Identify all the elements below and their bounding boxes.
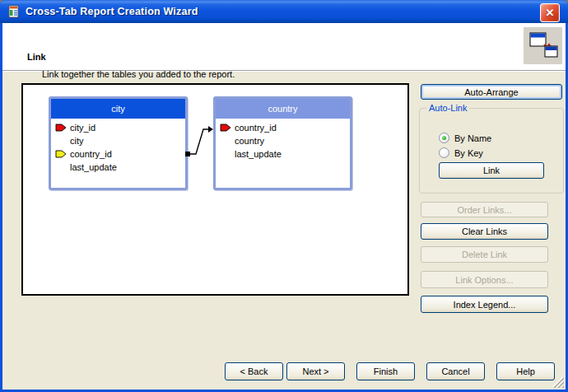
auto-link-group-label: Auto-Link [426,103,469,113]
order-links-button[interactable]: Order Links... [421,202,548,217]
help-button[interactable]: Help [496,362,555,380]
finish-button[interactable]: Finish [356,362,415,380]
field-name: city [70,136,84,146]
index-legend-button[interactable]: Index Legend... [421,296,548,313]
close-icon: ✕ [546,7,555,18]
table-country-header[interactable]: country [216,99,350,119]
clear-links-button[interactable]: Clear Links [421,223,548,240]
wizard-report-icon [7,5,21,18]
radio-by-name[interactable]: By Name [439,133,491,143]
close-button[interactable]: ✕ [540,3,560,22]
radio-button-icon[interactable] [439,147,449,158]
field-name: city_id [70,123,95,133]
table-city-header[interactable]: city [51,99,185,119]
auto-link-group: Auto-Link By Name By Key [419,108,564,194]
wizard-window: Cross-Tab Report Creation Wizard ✕ Link … [0,0,568,392]
field-name: country_id [70,149,112,159]
field-name: country [235,136,264,146]
auto-arrange-button[interactable]: Auto-Arrange [421,84,562,100]
link-tables-icon [524,27,562,64]
field-row[interactable]: country_id [51,147,185,161]
page-description: Link together the tables you added to th… [42,69,235,79]
link-canvas[interactable]: city city_id city country_id last_update [21,83,409,296]
radio-by-key[interactable]: By Key [439,147,483,158]
radio-by-key-label: By Key [454,148,483,158]
cancel-button[interactable]: Cancel [426,362,485,380]
link-options-button[interactable]: Link Options... [421,271,548,288]
primary-key-icon [220,124,231,132]
delete-link-button[interactable]: Delete Link [421,246,548,263]
next-button[interactable]: Next > [286,362,345,380]
field-row[interactable]: last_update [51,161,185,174]
titlebar[interactable]: Cross-Tab Report Creation Wizard ✕ [0,0,568,23]
field-row[interactable]: city_id [51,121,185,134]
field-row[interactable]: country_id [216,121,350,134]
foreign-key-icon [55,150,67,158]
field-name: last_update [235,149,282,159]
radio-button-icon[interactable] [439,133,449,143]
field-name: last_update [70,162,117,172]
page-title: Link [27,52,46,62]
table-country[interactable]: country country_id country last_update [213,96,352,190]
back-button[interactable]: < Back [225,362,283,380]
field-name: country_id [235,123,277,133]
radio-by-name-label: By Name [454,133,491,143]
field-row[interactable]: country [216,134,350,147]
field-row[interactable]: city [51,134,185,147]
field-row[interactable]: last_update [216,147,350,161]
window-title: Cross-Tab Report Creation Wizard [26,0,198,23]
resize-grip[interactable] [549,373,564,388]
wizard-header: Link Link together the tables you added … [2,23,566,71]
table-city[interactable]: city city_id city country_id last_update [49,96,188,190]
link-button[interactable]: Link [439,162,544,179]
primary-key-icon [55,124,67,132]
